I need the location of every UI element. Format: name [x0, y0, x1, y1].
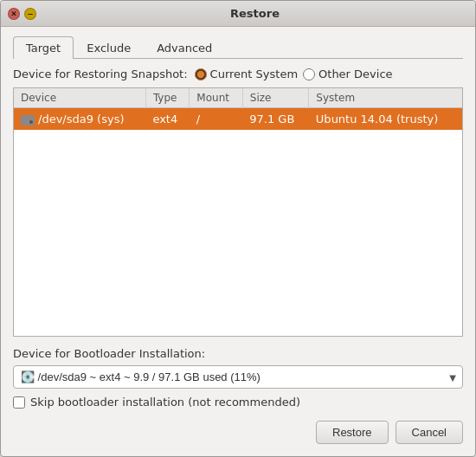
col-system: System	[309, 88, 462, 108]
device-restore-row: Device for Restoring Snapshot: Current S…	[13, 68, 463, 80]
col-type: Type	[145, 88, 189, 108]
bootloader-dropdown-wrapper: 💽 /dev/sda9 ~ ext4 ~ 9.9 / 97.1 GB used …	[13, 365, 463, 389]
radio-current-system[interactable]: Current System	[195, 68, 298, 80]
skip-bootloader-row: Skip bootloader installation (not recomm…	[13, 396, 463, 409]
titlebar: ✕ − Restore	[1, 1, 475, 27]
skip-bootloader-label: Skip bootloader installation (not recomm…	[30, 396, 300, 409]
radio-other-label: Other Device	[318, 68, 393, 80]
button-row: Restore Cancel	[13, 421, 463, 444]
col-mount: Mount	[190, 88, 242, 108]
tab-target[interactable]: Target	[13, 36, 74, 59]
bootloader-dropdown[interactable]: 💽 /dev/sda9 ~ ext4 ~ 9.9 / 97.1 GB used …	[13, 365, 463, 389]
device-table-wrapper: Device Type Mount Size System /dev/sda9 …	[13, 87, 463, 337]
table-header-row: Device Type Mount Size System	[14, 88, 462, 108]
col-size: Size	[242, 88, 309, 108]
restore-window: ✕ − Restore Target Exclude Advanced Devi…	[0, 0, 476, 457]
device-restore-label: Device for Restoring Snapshot:	[13, 68, 188, 80]
drive-icon	[21, 115, 35, 126]
radio-group: Current System Other Device	[195, 68, 393, 80]
cell-device: /dev/sda9 (sys)	[14, 108, 145, 131]
titlebar-buttons: ✕ −	[8, 8, 36, 20]
radio-current-label: Current System	[210, 68, 298, 80]
cell-size: 97.1 GB	[242, 108, 309, 131]
radio-current-input[interactable]	[195, 68, 207, 80]
window-title: Restore	[42, 7, 468, 20]
radio-other-input[interactable]	[303, 68, 315, 80]
bootloader-label: Device for Bootloader Installation:	[13, 347, 463, 360]
cell-mount: /	[190, 108, 242, 131]
cancel-button[interactable]: Cancel	[396, 421, 463, 444]
device-table: Device Type Mount Size System /dev/sda9 …	[14, 88, 462, 130]
col-device: Device	[14, 88, 145, 108]
restore-button[interactable]: Restore	[316, 421, 389, 444]
tab-exclude[interactable]: Exclude	[74, 36, 144, 59]
close-button[interactable]: ✕	[8, 8, 20, 20]
cell-system: Ubuntu 14.04 (trusty)	[309, 108, 462, 131]
minimize-button[interactable]: −	[24, 8, 36, 20]
table-row[interactable]: /dev/sda9 (sys) ext4 / 97.1 GB Ubuntu 14…	[14, 108, 462, 131]
main-content: Target Exclude Advanced Device for Resto…	[1, 27, 475, 456]
tab-advanced[interactable]: Advanced	[144, 36, 225, 59]
tab-bar: Target Exclude Advanced	[13, 35, 463, 59]
cell-type: ext4	[145, 108, 189, 131]
radio-other-device[interactable]: Other Device	[303, 68, 393, 80]
skip-bootloader-checkbox[interactable]	[13, 396, 25, 409]
